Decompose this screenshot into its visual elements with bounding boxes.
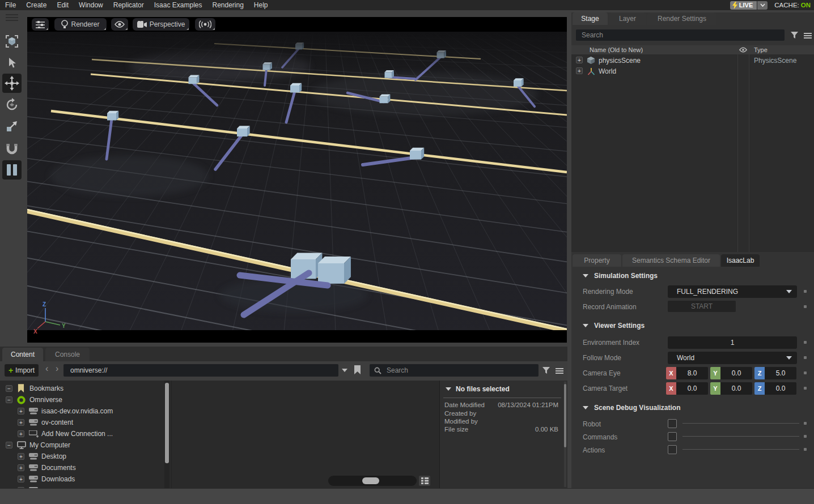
start-button[interactable]: START bbox=[668, 301, 736, 312]
stage-type-column-header[interactable]: Type bbox=[754, 46, 768, 53]
waypoint-menu-button[interactable] bbox=[195, 18, 215, 31]
section-viewer-settings[interactable]: Viewer Settings bbox=[571, 320, 814, 331]
menu-edit[interactable]: Edit bbox=[52, 0, 74, 10]
tree-item-desktop[interactable]: + Desktop bbox=[0, 451, 170, 462]
stage-row-world[interactable]: + World bbox=[571, 66, 814, 76]
tree-item-isaac-dev[interactable]: + isaac-dev.ov.nvidia.com bbox=[0, 405, 170, 417]
camera-eye-z-field[interactable]: 5.0 bbox=[765, 367, 796, 379]
viewport[interactable]: Renderer Perspective bbox=[27, 17, 567, 343]
stage-filter-icon[interactable] bbox=[790, 31, 799, 40]
stage-row-physics-scene[interactable]: + physicsScene PhysicsScene bbox=[571, 55, 814, 66]
menu-file[interactable]: File bbox=[0, 0, 21, 10]
tree-item-label[interactable]: Omniverse bbox=[29, 396, 62, 404]
commands-checkbox[interactable] bbox=[668, 432, 677, 441]
content-filter-icon[interactable] bbox=[542, 366, 550, 375]
camera-eye-y-field[interactable]: 0.0 bbox=[720, 367, 752, 379]
slider-handle[interactable] bbox=[362, 477, 379, 484]
property-dot[interactable] bbox=[804, 290, 807, 293]
expand-icon[interactable]: + bbox=[18, 476, 24, 482]
details-header[interactable]: No files selected bbox=[446, 385, 510, 393]
menu-help[interactable]: Help bbox=[249, 0, 273, 10]
live-dropdown-button[interactable] bbox=[757, 1, 768, 10]
tree-item-label[interactable]: My Computer bbox=[29, 441, 70, 449]
thumbnail-size-slider[interactable] bbox=[328, 476, 417, 486]
expand-icon[interactable]: + bbox=[18, 408, 24, 415]
robot-checkbox[interactable] bbox=[668, 419, 677, 428]
content-search-input[interactable] bbox=[385, 366, 534, 375]
expand-icon[interactable]: + bbox=[18, 464, 24, 471]
tab-stage[interactable]: Stage bbox=[573, 12, 608, 25]
property-dot[interactable] bbox=[804, 448, 807, 451]
list-view-toggle-button[interactable] bbox=[419, 476, 430, 486]
property-dot[interactable] bbox=[804, 371, 807, 374]
path-field[interactable] bbox=[63, 364, 338, 377]
tree-item-label[interactable]: Bookmarks bbox=[29, 385, 63, 392]
camera-target-x-field[interactable]: 0.0 bbox=[676, 382, 708, 395]
section-scene-debug-visualization[interactable]: Scene Debug Visualization bbox=[571, 402, 814, 413]
toolbar-drag-handle-icon[interactable] bbox=[6, 14, 18, 21]
visibility-column-eye-icon[interactable] bbox=[739, 47, 747, 53]
tree-item-label[interactable]: Desktop bbox=[41, 452, 66, 460]
details-scrollbar-thumb[interactable] bbox=[564, 384, 566, 447]
tree-item-label[interactable]: Downloads bbox=[41, 475, 75, 483]
visibility-menu-button[interactable] bbox=[111, 18, 128, 31]
tree-item-label[interactable]: ov-content bbox=[41, 418, 73, 426]
tree-item-omniverse[interactable]: − Omniverse bbox=[0, 394, 170, 405]
live-button[interactable]: LIVE bbox=[730, 1, 757, 10]
menu-rendering[interactable]: Rendering bbox=[207, 0, 248, 10]
tree-item-downloads[interactable]: + Downloads bbox=[0, 473, 170, 485]
content-search-field[interactable] bbox=[370, 364, 539, 377]
property-dot[interactable] bbox=[804, 435, 807, 438]
property-dot[interactable] bbox=[804, 356, 807, 359]
renderer-menu-button[interactable]: Renderer bbox=[54, 18, 107, 31]
scale-tool[interactable] bbox=[2, 117, 22, 136]
tree-scrollbar-thumb[interactable] bbox=[165, 383, 169, 463]
forward-button[interactable]: › bbox=[56, 364, 58, 374]
tab-semantics-schema-editor[interactable]: Semantics Schema Editor bbox=[622, 254, 720, 267]
tree-item-my-computer[interactable]: − My Computer bbox=[0, 439, 170, 451]
3d-scene-cartpole-environments[interactable]: Z Y X bbox=[27, 32, 567, 343]
menu-window[interactable]: Window bbox=[74, 0, 108, 10]
stage-options-icon[interactable] bbox=[804, 32, 812, 40]
menu-create[interactable]: Create bbox=[21, 0, 52, 10]
camera-eye-x-field[interactable]: 8.0 bbox=[676, 367, 708, 379]
back-button[interactable]: ‹ bbox=[45, 364, 48, 374]
tab-console[interactable]: Console bbox=[45, 348, 90, 361]
tab-layer[interactable]: Layer bbox=[609, 12, 646, 25]
tree-item-label[interactable]: Add New Connection ... bbox=[41, 430, 113, 438]
path-dropdown-icon[interactable] bbox=[342, 369, 347, 372]
camera-target-z-field[interactable]: 0.0 bbox=[765, 382, 796, 395]
import-button[interactable]: + Import bbox=[5, 364, 39, 377]
property-dot[interactable] bbox=[804, 341, 807, 344]
frame-selection-tool[interactable] bbox=[2, 32, 22, 51]
camera-target-y-field[interactable]: 0.0 bbox=[720, 382, 752, 395]
move-tool[interactable] bbox=[2, 74, 22, 93]
expand-icon[interactable]: + bbox=[18, 430, 24, 437]
stage-name-column-header[interactable]: Name (Old to New) bbox=[590, 46, 643, 53]
expand-icon[interactable]: + bbox=[576, 67, 583, 74]
stage-item-label[interactable]: World bbox=[599, 67, 616, 75]
tree-item-ov-content[interactable]: + ov-content bbox=[0, 417, 170, 428]
tab-property[interactable]: Property bbox=[573, 254, 621, 267]
content-file-area[interactable] bbox=[171, 381, 440, 488]
expand-icon[interactable]: + bbox=[18, 453, 24, 460]
collapse-icon[interactable]: − bbox=[6, 385, 12, 392]
collapse-icon[interactable]: − bbox=[6, 396, 12, 403]
rotate-tool[interactable] bbox=[2, 95, 22, 114]
camera-menu-button[interactable]: Perspective bbox=[133, 18, 189, 31]
property-dot[interactable] bbox=[804, 305, 807, 308]
environment-index-field[interactable]: 1 bbox=[668, 336, 797, 349]
section-simulation-settings[interactable]: Simulation Settings bbox=[571, 270, 814, 281]
property-dot[interactable] bbox=[804, 422, 807, 425]
tree-item-label[interactable]: isaac-dev.ov.nvidia.com bbox=[41, 407, 113, 415]
viewport-settings-button[interactable] bbox=[32, 18, 49, 31]
tab-content[interactable]: Content bbox=[2, 348, 43, 361]
tree-item-bookmarks[interactable]: − Bookmarks bbox=[0, 383, 170, 394]
expand-icon[interactable]: + bbox=[18, 419, 24, 426]
details-scrollbar-track[interactable] bbox=[564, 382, 566, 487]
tree-scrollbar-track[interactable] bbox=[164, 381, 169, 488]
stage-search-field[interactable] bbox=[576, 29, 785, 41]
snap-tool[interactable] bbox=[2, 139, 22, 158]
menu-isaac-examples[interactable]: Isaac Examples bbox=[149, 0, 207, 10]
stage-item-label[interactable]: physicsScene bbox=[599, 57, 641, 65]
